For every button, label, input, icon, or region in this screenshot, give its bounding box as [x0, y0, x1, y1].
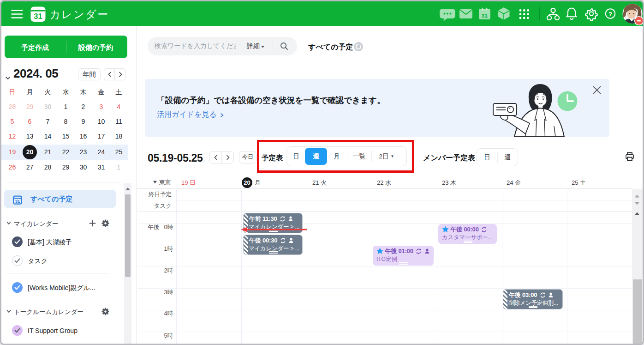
- svg-text:?: ?: [608, 11, 612, 18]
- svg-text:31: 31: [482, 13, 488, 18]
- svg-text:31: 31: [34, 12, 42, 20]
- svg-text:31: 31: [15, 199, 20, 204]
